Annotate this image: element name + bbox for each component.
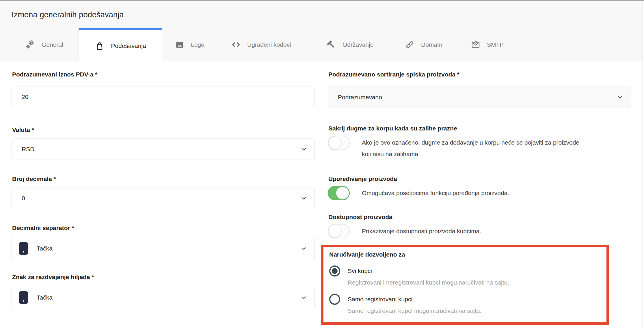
image-icon <box>175 40 185 50</box>
chevron-down-icon <box>300 294 308 301</box>
decimalni-separator-select[interactable]: . Tačka <box>12 237 315 260</box>
svi-kupci-description: Registrovani i neregistrovani kupci mogu… <box>348 278 600 287</box>
page-title: Izmena generalnih podešavanja <box>12 10 124 19</box>
dostupnost-label: Dostupnost proizvoda <box>328 214 392 220</box>
tab-odrzavanje[interactable]: Održavanje <box>326 28 373 61</box>
sakrij-dugme-label: Sakrij dugme za korpu kada su zalihe pra… <box>328 125 457 132</box>
narucivanje-heading: Naručivanje dozvoljeno za <box>329 251 600 258</box>
settings-page: Izmena generalnih podešavanja <box>0 0 644 329</box>
tab-label: SMTP <box>487 41 504 48</box>
broj-decimala-label: Broj decimala * <box>12 175 56 182</box>
uporedjivanje-description: Omogućava posetiocima funkciju poređenja… <box>362 186 509 200</box>
valuta-value: RSD <box>22 146 34 153</box>
broj-decimala-value: 0 <box>22 195 25 202</box>
tab-label: Domain <box>421 41 442 48</box>
chevron-down-icon <box>300 145 308 153</box>
valuta-label: Valuta * <box>12 126 34 133</box>
form-column-right: Podrazumevano sortiranje spiska proizvod… <box>328 61 631 329</box>
code-icon <box>231 40 241 50</box>
dostupnost-description: Prikazivanje dostupnosti proizvoda kupci… <box>362 224 481 238</box>
email-icon <box>471 40 481 50</box>
chevron-down-icon <box>300 245 308 252</box>
sortiranje-select[interactable]: Podrazumevano <box>328 87 631 108</box>
tab-smtp[interactable]: SMTP <box>471 28 504 61</box>
valuta-select[interactable]: RSD <box>12 139 315 160</box>
uporedjivanje-row: Omogućava posetiocima funkciju poređenja… <box>328 186 509 200</box>
tab-label: Logo <box>191 41 204 48</box>
dostupnost-toggle[interactable] <box>328 224 350 238</box>
shopping-bag-icon <box>95 41 105 51</box>
uporedjivanje-label: Upoređivanje proizvoda <box>328 175 397 182</box>
znak-hiljada-select[interactable]: . Tačka <box>12 286 315 309</box>
chevron-down-icon <box>300 195 308 202</box>
pdv-label: Podrazumevani iznos PDV-a * <box>12 71 97 78</box>
decimalni-separator-value: Tačka <box>37 245 53 252</box>
samo-registrovani-radio[interactable] <box>329 294 340 305</box>
page-header: Izmena generalnih podešavanja <box>0 0 643 61</box>
broj-decimala-select[interactable]: 0 <box>12 188 315 209</box>
znak-hiljada-value: Tačka <box>37 294 53 301</box>
samo-registrovani-label: Samo registrovani kupci <box>348 294 412 305</box>
sakrij-dugme-row: Ako je ovo označeno, dugme za dodavanje … <box>328 136 587 160</box>
tab-ugradjeni-kodovi[interactable]: Ugrađeni kodovi <box>231 28 291 61</box>
znak-hiljada-label: Znak za razdvajanje hiljada * <box>12 274 94 281</box>
tab-general[interactable]: General <box>25 28 63 61</box>
annotation-highlight-box: Naručivanje dozvoljeno za Svi kupci Regi… <box>321 245 609 325</box>
pdv-input[interactable]: 20 <box>12 87 315 107</box>
sakrij-dugme-toggle[interactable] <box>328 136 350 150</box>
uporedjivanje-toggle[interactable] <box>328 186 350 200</box>
gears-icon <box>25 40 35 50</box>
sortiranje-label: Podrazumevano sortiranje spiska proizvod… <box>328 71 459 78</box>
separator-badge: . <box>19 291 28 304</box>
radio-option-svi-kupci: Svi kupci <box>329 266 600 276</box>
tab-label: General <box>42 41 63 48</box>
pdv-value: 20 <box>22 94 28 100</box>
tab-label: Održavanje <box>343 41 373 48</box>
separator-badge: . <box>19 242 28 255</box>
link-icon <box>405 40 415 50</box>
tab-logo[interactable]: Logo <box>175 28 204 61</box>
svi-kupci-radio[interactable] <box>329 266 340 276</box>
radio-option-samo-registrovani: Samo registrovani kupci <box>329 294 600 305</box>
sakrij-dugme-description: Ako je ovo označeno, dugme za dodavanje … <box>362 136 587 160</box>
tab-label: Ugrađeni kodovi <box>247 41 291 48</box>
samo-registrovani-description: Samo registrovani kupci mogu naručivati … <box>348 306 600 315</box>
tab-podesavanja[interactable]: Podešavanja <box>79 28 162 62</box>
tab-domain[interactable]: Domain <box>405 28 442 61</box>
form-column-left: Podrazumevani iznos PDV-a * 20 Valuta * … <box>12 61 315 329</box>
tab-label: Podešavanja <box>111 42 146 49</box>
chevron-down-icon <box>616 94 624 101</box>
decimalni-separator-label: Decimalni separator * <box>12 225 74 231</box>
tab-bar: General Podešavanja Lo <box>0 28 643 61</box>
dostupnost-row: Prikazivanje dostupnosti proizvoda kupci… <box>328 224 481 238</box>
svi-kupci-label: Svi kupci <box>348 266 372 276</box>
hammer-icon <box>326 40 336 50</box>
sortiranje-value: Podrazumevano <box>338 94 382 101</box>
